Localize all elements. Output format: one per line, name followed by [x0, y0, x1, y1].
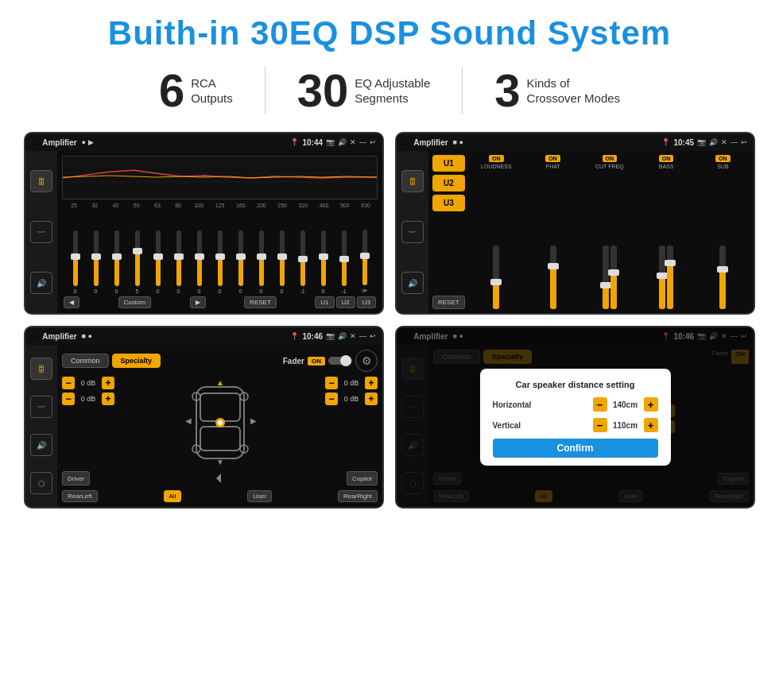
db-plus-4[interactable]: + — [365, 393, 378, 405]
db-plus-3[interactable]: + — [365, 377, 378, 389]
ch-cutfreq-on: ON — [603, 155, 618, 162]
horizontal-minus[interactable]: − — [593, 397, 607, 412]
horizontal-plus[interactable]: + — [644, 397, 658, 412]
eq-sliders: 0 0 0 5 — [62, 211, 378, 294]
fader-label: Fader — [283, 357, 304, 365]
play-btn[interactable]: ▶ — [190, 296, 206, 308]
fader-bottom-labels: Driver Copilot — [62, 469, 378, 485]
fader-close-icon[interactable]: ✕ — [350, 332, 356, 340]
minimize-icon[interactable]: — — [359, 138, 366, 146]
back-icon[interactable]: ↩ — [370, 138, 376, 146]
fader-expand-icon[interactable]: ⬡ — [30, 472, 52, 494]
freq-320: 320 — [293, 203, 313, 208]
ch-loudness: ON LOUDNESS — [470, 155, 523, 309]
distance-dialog-overlay: Car speaker distance setting Horizontal … — [397, 327, 754, 507]
driver-btn[interactable]: Driver — [62, 471, 90, 485]
xover-home-icon[interactable]: ⌂ — [403, 137, 409, 148]
xover-main: U1 U2 U3 RESET ON LOUDNESS — [428, 151, 754, 313]
freq-40: 40 — [105, 203, 126, 208]
dialog-vertical-row: Vertical − 110cm + — [493, 418, 658, 432]
freq-250: 250 — [272, 203, 293, 208]
custom-btn[interactable]: Custom — [118, 296, 152, 308]
confirm-button[interactable]: Confirm — [493, 439, 658, 458]
prev-btn[interactable]: ◀ — [64, 296, 79, 308]
fader-vol-icon[interactable]: 🔊 — [30, 434, 52, 456]
fader-toggle[interactable] — [328, 357, 352, 365]
ch-phat-name: PHAT — [545, 164, 560, 169]
right-db-controls: − 0 dB + − 0 dB + — [325, 377, 378, 469]
stat-eq-number: 30 — [297, 68, 349, 114]
fader-wave-icon[interactable]: 〰 — [30, 396, 52, 418]
svg-rect-6 — [200, 393, 240, 421]
xover-close-icon[interactable]: ✕ — [721, 138, 727, 146]
horizontal-label: Horizontal — [493, 400, 532, 409]
distance-dialog: Car speaker distance setting Horizontal … — [480, 369, 671, 466]
eq-wave-icon[interactable]: 〰 — [30, 221, 52, 243]
page-title: Buith-in 30EQ DSP Sound System — [24, 14, 755, 52]
u1-btn[interactable]: U1 — [315, 296, 334, 308]
xover-minimize-icon[interactable]: — — [731, 138, 738, 146]
vertical-label: Vertical — [493, 421, 521, 430]
reset-btn[interactable]: RESET — [244, 296, 277, 308]
rearright-btn[interactable]: RearRight — [338, 490, 378, 502]
fader-bottom-labels-2: RearLeft All User RearRight — [62, 488, 378, 502]
fader-home-icon[interactable]: ⌂ — [32, 331, 37, 342]
crossover-screen: ⌂ Amplifier ■ ● 📍 10:45 📷 🔊 ✕ — ↩ 🎛 — [395, 132, 755, 315]
xover-vol-icon[interactable]: 🔊 — [401, 272, 424, 294]
copilot-btn[interactable]: Copilot — [347, 471, 378, 485]
left-db-controls: − 0 dB + − 0 dB + — [62, 377, 114, 469]
tab-specialty[interactable]: Specialty — [112, 354, 161, 368]
stat-crossover-line1: Kinds of — [527, 75, 621, 91]
rearleft-btn[interactable]: RearLeft — [62, 490, 98, 502]
xover-tune-icon[interactable]: 🎛 — [401, 170, 424, 192]
freq-25: 25 — [64, 203, 84, 208]
fader-tune-icon[interactable]: 🎛 — [30, 358, 52, 380]
ch-loudness-name: LOUDNESS — [481, 164, 512, 169]
fader-settings-icon[interactable]: ⚙ — [355, 350, 378, 372]
db-minus-3[interactable]: − — [325, 377, 338, 389]
db-minus-2[interactable]: − — [62, 393, 75, 405]
close-icon[interactable]: ✕ — [350, 138, 356, 146]
camera-icon: 📷 — [326, 138, 335, 146]
vertical-plus[interactable]: + — [644, 418, 658, 432]
db-row-bottomleft: − 0 dB + — [62, 393, 114, 405]
vertical-minus[interactable]: − — [593, 418, 607, 432]
eq-tune-icon[interactable]: 🎛 — [30, 170, 52, 192]
page-wrapper: Buith-in 30EQ DSP Sound System 6 RCA Out… — [0, 0, 779, 523]
xover-back-icon[interactable]: ↩ — [741, 138, 747, 146]
db-minus-1[interactable]: − — [62, 377, 75, 389]
eq-time: 10:44 — [302, 138, 323, 147]
xover-wave-icon[interactable]: 〰 — [401, 221, 424, 243]
stat-crossover-line2: Crossover Modes — [527, 91, 621, 106]
xover-u2-btn[interactable]: U2 — [432, 175, 465, 191]
home-icon[interactable]: ⌂ — [32, 137, 37, 148]
db-row-bottomright: − 0 dB + — [325, 393, 378, 405]
xover-time: 10:45 — [673, 138, 694, 147]
user-btn[interactable]: User — [247, 490, 272, 502]
fader-back-icon[interactable]: ↩ — [370, 332, 376, 340]
fader-screen: ⌂ Amplifier ■ ● 📍 10:46 📷 🔊 ✕ — ↩ 🎛 — [24, 326, 384, 509]
db-plus-2[interactable]: + — [102, 393, 114, 405]
xover-u3-btn[interactable]: U3 — [432, 195, 465, 211]
stat-crossover: 3 Kinds of Crossover Modes — [463, 68, 652, 114]
xover-status-icons: ■ ● — [453, 138, 463, 146]
u3-btn[interactable]: U3 — [357, 296, 376, 308]
ch-phat: ON PHAT — [526, 155, 579, 309]
fader-minimize-icon[interactable]: — — [359, 332, 366, 340]
all-btn[interactable]: All — [164, 490, 182, 502]
freq-100: 100 — [188, 203, 209, 208]
db-minus-4[interactable]: − — [325, 393, 338, 405]
svg-rect-7 — [200, 427, 240, 451]
eq-vol-icon[interactable]: 🔊 — [30, 272, 52, 294]
db-plus-1[interactable]: + — [102, 377, 114, 389]
tab-common[interactable]: Common — [62, 354, 109, 368]
xover-reset-btn[interactable]: RESET — [432, 296, 465, 309]
slider-9: 0 — [231, 230, 250, 294]
svg-text:▶: ▶ — [250, 416, 256, 425]
xover-u1-btn[interactable]: U1 — [432, 155, 465, 172]
eq-sidebar: 🎛 〰 🔊 — [25, 151, 57, 313]
eq-main: 25 32 40 50 63 80 100 125 160 200 250 32… — [57, 151, 382, 313]
u2-btn[interactable]: U2 — [336, 296, 355, 308]
fader-content: 🎛 〰 🔊 ⬡ Common Specialty Fader ON — [25, 345, 382, 507]
fader-title: Amplifier — [42, 332, 76, 341]
